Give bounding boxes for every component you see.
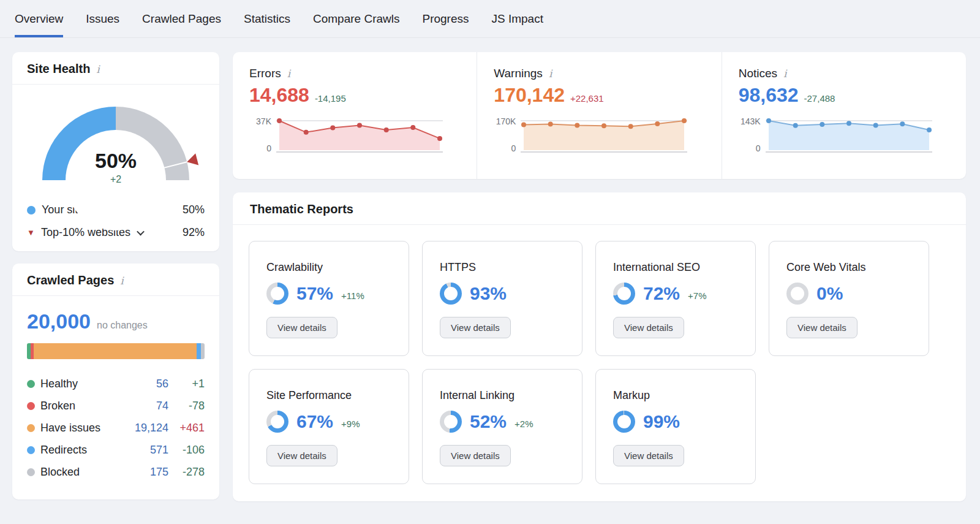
report-percent: 52% (470, 411, 507, 432)
legend-label: Healthy (40, 378, 78, 390)
legend-delta: +461 (174, 422, 205, 435)
y-axis-max-label: 170K (496, 116, 516, 126)
notices-count[interactable]: 98,632 (739, 84, 799, 107)
y-axis-min-label: 0 (511, 143, 516, 153)
score-donut (266, 283, 288, 305)
crawled-pages-card: Crawled Pages i 20,000 no changes Health… (12, 264, 219, 499)
notices-delta: -27,488 (804, 93, 835, 104)
notices-trend-chart (766, 116, 932, 153)
score-donut (266, 411, 288, 433)
legend-label: Blocked (40, 466, 80, 479)
warnings-count[interactable]: 170,142 (494, 84, 565, 107)
errors-count[interactable]: 14,688 (249, 84, 309, 107)
legend-row-have-issues: Have issues 19,124 +461 (27, 417, 205, 439)
report-label: Crawlability (266, 261, 391, 274)
crawled-pages-total[interactable]: 20,000 (27, 309, 91, 333)
info-icon[interactable]: i (120, 275, 123, 287)
legend-value-link[interactable]: 56 (130, 378, 168, 390)
tab-progress[interactable]: Progress (422, 0, 469, 37)
view-details-button[interactable]: View details (440, 445, 511, 466)
report-percent: 72% (643, 283, 680, 304)
warnings-label: Warnings (494, 67, 543, 80)
legend-row-redirects: Redirects 571 -106 (27, 439, 205, 461)
report-label: International SEO (613, 261, 738, 274)
view-details-button[interactable]: View details (613, 445, 684, 466)
orange-dot-icon (27, 424, 35, 432)
green-dot-icon (27, 380, 35, 388)
tab-statistics[interactable]: Statistics (244, 0, 290, 37)
legend-delta: +1 (174, 378, 205, 390)
legend-value-link[interactable]: 571 (130, 444, 168, 457)
legend-label: Redirects (40, 444, 87, 457)
report-card-core-web-vitals: Core Web Vitals 0% View details (769, 241, 929, 356)
crawled-pages-change-note: no changes (97, 320, 148, 331)
notices-label: Notices (739, 67, 777, 80)
info-icon[interactable]: i (287, 67, 290, 80)
y-axis-min-label: 0 (756, 143, 761, 153)
report-label: Site Performance (266, 389, 391, 402)
legend-value: 92% (183, 226, 205, 239)
tab-js-impact[interactable]: JS Impact (492, 0, 543, 37)
warnings-trend-chart (521, 116, 687, 153)
report-delta: +7% (688, 290, 706, 301)
red-triangle-icon: ▼ (27, 228, 35, 237)
view-details-button[interactable]: View details (266, 445, 337, 466)
errors-label: Errors (249, 67, 281, 80)
crawled-pages-title: Crawled Pages (27, 273, 114, 287)
info-icon[interactable]: i (783, 67, 786, 80)
tab-overview[interactable]: Overview (15, 0, 63, 37)
blue-dot-icon (27, 446, 35, 454)
score-donut (613, 283, 635, 305)
errors-section: Errors i 14,688 -14,195 37K 0 (233, 52, 477, 179)
legend-value-link[interactable]: 74 (130, 400, 168, 412)
audit-tab-bar: Overview Issues Crawled Pages Statistics… (0, 0, 980, 38)
report-card-internal-linking: Internal Linking 52% +2% View details (422, 369, 582, 484)
info-icon[interactable]: i (96, 63, 99, 75)
site-health-delta: +2 (42, 174, 189, 185)
report-card-site-performance: Site Performance 67% +9% View details (249, 369, 409, 484)
legend-value-link[interactable]: 175 (130, 466, 168, 479)
view-details-button[interactable]: View details (786, 317, 858, 338)
view-details-button[interactable]: View details (440, 317, 511, 338)
thematic-reports-card: Thematic Reports Crawlability 57% +11% V… (233, 192, 966, 501)
info-icon[interactable]: i (549, 67, 552, 80)
tab-issues[interactable]: Issues (86, 0, 119, 37)
view-details-button[interactable]: View details (266, 317, 337, 338)
legend-label: Broken (40, 400, 75, 412)
legend-row-broken: Broken 74 -78 (27, 395, 205, 417)
report-label: Core Web Vitals (786, 261, 911, 274)
legend-row-healthy: Healthy 56 +1 (27, 373, 205, 395)
report-label: HTTPS (440, 261, 565, 274)
bar-segment-have-issues (34, 343, 196, 359)
score-donut (440, 283, 462, 305)
thematic-reports-grid: Crawlability 57% +11% View details HTTPS… (233, 225, 966, 484)
report-label: Internal Linking (440, 389, 565, 402)
tab-crawled-pages[interactable]: Crawled Pages (142, 0, 221, 37)
score-donut (613, 411, 635, 433)
report-delta: +9% (341, 419, 360, 429)
gray-dot-icon (27, 468, 35, 476)
crawled-pages-stacked-bar (27, 343, 205, 359)
tab-compare-crawls[interactable]: Compare Crawls (313, 0, 399, 37)
report-percent: 57% (296, 283, 333, 304)
legend-value-link[interactable]: 19,124 (130, 422, 168, 435)
report-percent: 0% (816, 283, 843, 304)
report-percent: 93% (470, 283, 507, 304)
report-delta: +11% (341, 290, 364, 301)
y-axis-max-label: 37K (256, 116, 271, 126)
site-health-value: 50% (42, 149, 189, 173)
legend-label: Have issues (40, 422, 100, 435)
report-percent: 67% (296, 411, 333, 432)
site-health-gauge: 50% +2 (42, 107, 189, 180)
legend-row-blocked: Blocked 175 -278 (27, 461, 205, 483)
red-dot-icon (27, 402, 35, 410)
site-health-title: Site Health (27, 62, 90, 76)
legend-delta: -78 (174, 400, 205, 412)
site-audit-overview-page: Overview Issues Crawled Pages Statistics… (0, 0, 980, 524)
report-percent: 99% (643, 411, 680, 432)
view-details-button[interactable]: View details (613, 317, 684, 338)
warnings-section: Warnings i 170,142 +22,631 170K 0 (477, 52, 721, 179)
y-axis-max-label: 143K (741, 116, 761, 126)
report-card-crawlability: Crawlability 57% +11% View details (249, 241, 409, 356)
legend-delta: -106 (174, 444, 205, 457)
